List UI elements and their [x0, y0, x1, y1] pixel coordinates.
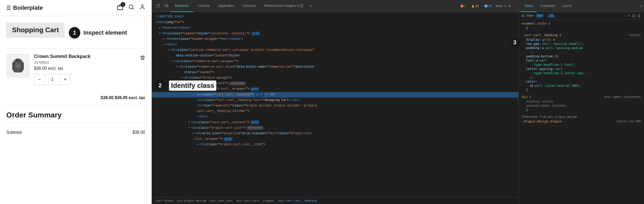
- more-menu-icon[interactable]: ⋮: [513, 4, 516, 8]
- css-prop-display[interactable]: display: grid; ⊞: [522, 37, 641, 42]
- warning-count[interactable]: ! 81: [470, 4, 481, 8]
- css-prop-letter-spacing-cont: --type-headline-1-letter-spa...: [522, 71, 641, 75]
- dropin-source[interactable]: styles.css:398: [617, 120, 641, 124]
- breadcrumb-item[interactable]: div.cart-cart: [210, 199, 233, 202]
- cart-button[interactable]: 1: [117, 4, 123, 12]
- html-line[interactable]: ▼ <div class="dropin-cart-list"> contain…: [152, 125, 518, 131]
- order-summary-title: Order Summary: [6, 111, 145, 119]
- tab-layout[interactable]: Layout: [558, 0, 575, 12]
- html-line[interactable]: ▼ <div class="dropin-design">: [152, 75, 518, 81]
- breadcrumb-item[interactable]: cart block: [156, 199, 173, 202]
- html-line[interactable]: ▶ <head>⊙⊙</head>: [152, 25, 518, 31]
- html-line[interactable]: cart-cart__heading-divider">: [152, 109, 518, 114]
- css-prop-row-gap[interactable]: row-gap: var(--spacing-xsmall);: [522, 42, 641, 46]
- tab-sources[interactable]: Sources: [239, 0, 260, 12]
- callout-1-label: Inspect element: [83, 29, 127, 36]
- source-link[interactable]: <style>: [629, 33, 641, 37]
- product-name: Crown Summit Backpack: [34, 54, 136, 59]
- html-line[interactable]: ▼ <div aria-live="assertive" aria-releva…: [152, 131, 518, 136]
- breadcrumb-active-item[interactable]: div.cart-cart__heading: [279, 199, 317, 202]
- css-prop-display-block[interactable]: display: block;: [522, 99, 641, 104]
- html-line[interactable]: ▼ <div class="dropin-cart-list__item">: [152, 142, 518, 147]
- html-line[interactable]: ▼ <div class="cart-cart__wrapper"> grid: [152, 86, 518, 92]
- breadcrumb-item[interactable]: div.cart-cart__wrapper: [237, 199, 275, 202]
- html-line[interactable]: ▼ <div class="commerce-cart block" data-…: [152, 64, 518, 70]
- html-line[interactable]: <hr role="separator" class="dropin-divid…: [152, 103, 518, 109]
- main-label: Main: [496, 4, 502, 8]
- svg-rect-4: [15, 59, 21, 62]
- quantity-increase[interactable]: +: [60, 74, 70, 85]
- color-swatch: [530, 84, 533, 87]
- tab-computed[interactable]: Computed: [537, 0, 558, 12]
- css-prop-color[interactable]: color:: [522, 79, 641, 84]
- shopping-cart-panel: ☰ Boilerplate 1: [0, 0, 152, 204]
- tab-application[interactable]: Application: [214, 0, 239, 12]
- svg-rect-9: [165, 4, 167, 7]
- menu-icon[interactable]: ☰: [6, 5, 11, 11]
- css-prop-unicode-bidi[interactable]: unicode-bidi: isolate;: [522, 104, 641, 108]
- styles-content: element.style { } .cart-cart__heading { …: [519, 20, 644, 204]
- tab-elements[interactable]: Elements: [171, 0, 193, 12]
- product-sku: 24-MB03: [34, 60, 136, 65]
- html-line[interactable]: <!DOCTYPE html>: [152, 14, 518, 20]
- breadcrumb-item[interactable]: div.dropin-design: [177, 199, 207, 202]
- css-rule-cart-heading: .cart-cart__heading { <style> display: g…: [522, 33, 641, 92]
- html-line[interactable]: ▼ <div class="section commerce-cart-cont…: [152, 47, 518, 53]
- selected-html-line[interactable]: … <div class="cart-cart__heading"> grid …: [152, 92, 518, 98]
- error-count[interactable]: ✕ 2: [459, 4, 468, 8]
- styles-filter-bar: ⊞ Filter :hov .cls + ⊡ ☰: [519, 12, 644, 20]
- account-icon[interactable]: [139, 4, 145, 12]
- css-selector-div[interactable]: div {: [522, 95, 531, 99]
- svg-point-1: [129, 5, 133, 9]
- css-prop-color-value[interactable]: var(--color-neutral-800);: [522, 84, 641, 88]
- html-line[interactable]: <div class="cart-cart__heading-text">Sho…: [152, 98, 518, 103]
- tab-performance[interactable]: Performance insights 4: [260, 0, 308, 12]
- delete-item-button[interactable]: [140, 54, 145, 62]
- filter-label: Filter: [527, 14, 534, 18]
- page-title: Shopping Cart: [6, 22, 65, 38]
- css-prop-font[interactable]: font: ▶ var(: [522, 58, 641, 63]
- html-line[interactable]: ▼ <div class="commerce-cart-wrapper">: [152, 59, 518, 64]
- html-line[interactable]: -list__wrapper"> grid: [152, 136, 518, 142]
- cart-heading-row: Shopping Cart 1 Inspect element: [6, 22, 145, 43]
- css-prop-padding[interactable]: padding: ▶ var(--spacing-medium: [522, 46, 641, 50]
- info-count[interactable]: i 60: [483, 4, 494, 8]
- inspect-style-icon[interactable]: ⊡: [632, 14, 635, 18]
- css-prop-padding-bottom[interactable]: padding-bottom: 0;: [522, 54, 641, 58]
- site-title: Boilerplate: [13, 4, 43, 11]
- html-line[interactable]: data-section-status="loaded" style=: [152, 53, 518, 58]
- search-icon[interactable]: [128, 4, 134, 12]
- svg-text:✕: ✕: [461, 5, 463, 7]
- quantity-decrease[interactable]: −: [34, 74, 45, 85]
- html-line[interactable]: ▼ <main>: [152, 42, 518, 47]
- tab-styles[interactable]: Styles: [521, 0, 537, 12]
- add-style-icon[interactable]: +: [628, 14, 630, 18]
- html-line[interactable]: ▶ <header class="header-wrapper">⊙⊙</hea…: [152, 36, 518, 42]
- filter-hov[interactable]: :hov: [536, 14, 544, 18]
- settings-icon[interactable]: ⚙: [508, 4, 511, 8]
- html-line[interactable]: <html lang="en">: [152, 20, 518, 25]
- callout-1: 1: [69, 27, 80, 39]
- item-total: $38.00 $38.00 excl. tax: [101, 95, 145, 100]
- more-styles-tabs[interactable]: »: [640, 4, 642, 8]
- html-line[interactable]: ▼ <body class="appear" style="isolation:…: [152, 31, 518, 36]
- css-selector-cart-heading[interactable]: .cart-cart__heading {: [522, 33, 562, 37]
- html-line[interactable]: ▼ <div class="cart-cart"> container: [152, 81, 518, 86]
- filter-cls[interactable]: .cls: [548, 14, 555, 18]
- header-left: ☰ Boilerplate: [6, 4, 43, 11]
- svg-point-2: [141, 5, 143, 7]
- toggle-style-icon[interactable]: ☰: [637, 14, 641, 18]
- styles-panel: Styles Computed Layout » ⊞ Filter :hov .…: [518, 0, 644, 204]
- css-selector-dropin[interactable]: .dropin-design.dropin-: [522, 120, 563, 123]
- tab-console[interactable]: Console: [193, 0, 214, 12]
- more-tabs-button[interactable]: »: [308, 0, 314, 12]
- html-line[interactable]: </div>: [152, 114, 518, 120]
- inspect-icon[interactable]: [154, 0, 162, 12]
- css-prop-letter-spacing[interactable]: letter-spacing: var(: [522, 67, 641, 71]
- html-line[interactable]: ▼ <div class="cart-cart__content"> grid: [152, 120, 518, 125]
- product-info: Crown Summit Backpack 24-MB03 $38.00 exc…: [34, 54, 136, 85]
- html-line[interactable]: status="loaded">: [152, 70, 518, 75]
- subtotal-label: Subtotal: [6, 130, 22, 135]
- device-icon[interactable]: [162, 0, 171, 12]
- profile-chevron[interactable]: ▾: [505, 4, 506, 8]
